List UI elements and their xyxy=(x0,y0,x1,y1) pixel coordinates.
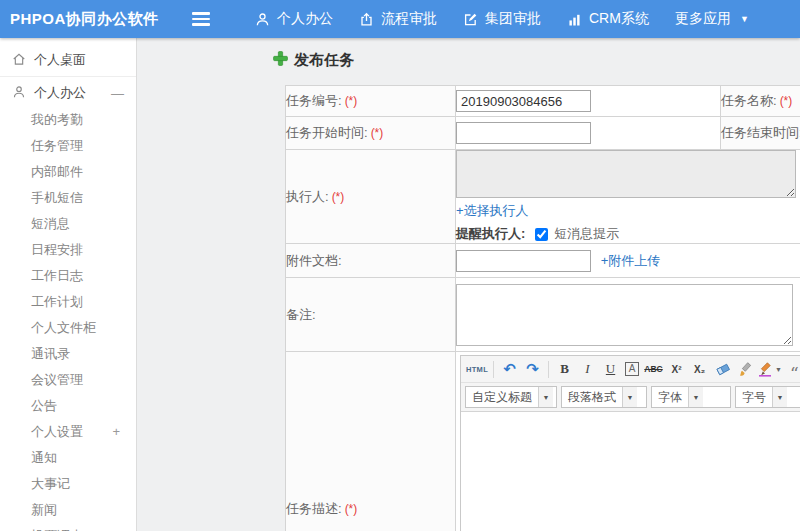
custom-title-dropdown[interactable]: 自定义标题▼ xyxy=(465,386,557,408)
user-icon xyxy=(255,12,270,27)
font-family-dropdown[interactable]: 字体▼ xyxy=(651,386,731,408)
font-border-button[interactable]: A xyxy=(625,362,639,376)
nav-label: CRM系统 xyxy=(589,10,649,28)
page-title: 发布任务 xyxy=(273,51,354,70)
undo-button[interactable]: ↶ xyxy=(499,359,520,380)
required-marker: (*) xyxy=(371,126,384,140)
nav-label: 更多应用 xyxy=(675,10,731,28)
remind-executor-label: 提醒执行人: xyxy=(456,225,525,243)
sidebar-item[interactable]: 我的考勤 xyxy=(0,107,136,133)
underline-button[interactable]: U xyxy=(600,359,621,380)
attachment-input[interactable] xyxy=(456,250,591,272)
editor-content-area[interactable] xyxy=(461,411,800,531)
sidebar-item[interactable]: 工作计划 xyxy=(0,289,136,315)
editor-toolbar-row2: 自定义标题▼ 段落格式▼ 字体▼ 字号▼ xyxy=(461,383,800,411)
sidebar-item[interactable]: 投票调查 xyxy=(0,523,136,531)
divider xyxy=(0,76,136,77)
nav-label: 个人办公 xyxy=(277,10,333,28)
home-icon xyxy=(12,52,26,69)
task-name-label-cell: 任务名称:(*) xyxy=(721,86,800,117)
sms-remind-label: 短消息提示 xyxy=(554,225,619,243)
main-content: 发布任务 任务编号:(*) 任务名称:(*) 任务开始时间:(*) 任务结束时间… xyxy=(137,38,800,531)
attachment-upload-link[interactable]: +附件上传 xyxy=(601,253,661,268)
caret-down-icon: ▼ xyxy=(740,14,749,24)
toolbar-separator xyxy=(493,361,494,378)
required-marker: (*) xyxy=(332,190,345,204)
attachment-label-cell: 附件文档: xyxy=(286,244,456,278)
subscript-button[interactable]: X₂ xyxy=(689,359,710,380)
paragraph-format-dropdown[interactable]: 段落格式▼ xyxy=(561,386,647,408)
strikethrough-button[interactable]: ABC xyxy=(643,359,664,380)
sidebar-item[interactable]: 通讯录 xyxy=(0,341,136,367)
highlight-pen-button[interactable]: ▼ xyxy=(758,359,782,380)
sms-remind-checkbox[interactable] xyxy=(535,228,548,241)
nav-crm-system[interactable]: CRM系统 xyxy=(554,0,662,38)
redo-button[interactable]: ↷ xyxy=(522,359,543,380)
remark-textarea[interactable] xyxy=(456,284,793,346)
process-export-icon xyxy=(359,12,374,27)
remark-label-cell: 备注: xyxy=(286,278,456,352)
task-number-input[interactable] xyxy=(456,90,591,112)
top-nav: 个人办公 流程审批 集团审批 CRM系统 更多应用 ▼ xyxy=(242,0,762,38)
sidebar-item[interactable]: 大事记 xyxy=(0,471,136,497)
expand-icon[interactable]: + xyxy=(112,419,120,445)
sidebar-item-desktop[interactable]: 个人桌面 xyxy=(0,46,136,74)
sidebar-item[interactable]: 通知 xyxy=(0,445,136,471)
nav-group-approval[interactable]: 集团审批 xyxy=(450,0,554,38)
required-marker: (*) xyxy=(780,94,793,108)
executor-label-cell: 执行人:(*) xyxy=(286,150,456,244)
publish-task-form: 任务编号:(*) 任务名称:(*) 任务开始时间:(*) 任务结束时间:(*) … xyxy=(285,85,800,531)
editor-toolbar-row1: HTML ↶ ↷ B I U A ABC X² X₂ ▼ xyxy=(461,356,800,383)
caret-down-icon: ▼ xyxy=(538,387,553,407)
superscript-button[interactable]: X² xyxy=(666,359,687,380)
page-title-text: 发布任务 xyxy=(294,51,354,70)
sidebar-item-settings[interactable]: 个人设置+ xyxy=(0,419,136,445)
nav-process-approval[interactable]: 流程审批 xyxy=(346,0,450,38)
sidebar-item[interactable]: 日程安排 xyxy=(0,237,136,263)
sidebar-item[interactable]: 工作日志 xyxy=(0,263,136,289)
nav-label: 集团审批 xyxy=(485,10,541,28)
caret-down-icon: ▼ xyxy=(772,387,787,407)
sidebar-item[interactable]: 会议管理 xyxy=(0,367,136,393)
eraser-button[interactable] xyxy=(712,359,733,380)
format-painter-button[interactable] xyxy=(735,359,756,380)
bar-chart-icon xyxy=(567,12,582,27)
nav-personal-office[interactable]: 个人办公 xyxy=(242,0,346,38)
caret-down-icon: ▼ xyxy=(775,366,782,373)
sidebar-item[interactable]: 个人文件柜 xyxy=(0,315,136,341)
caret-down-icon: ▼ xyxy=(688,387,703,407)
bold-button[interactable]: B xyxy=(554,359,575,380)
nav-label: 流程审批 xyxy=(381,10,437,28)
sidebar-item[interactable]: 任务管理 xyxy=(0,133,136,159)
italic-button[interactable]: I xyxy=(577,359,598,380)
required-marker: (*) xyxy=(345,94,358,108)
sidebar-item[interactable]: 手机短信 xyxy=(0,185,136,211)
caret-down-icon: ▼ xyxy=(622,387,637,407)
app-logo: PHPOA协同办公软件 xyxy=(0,10,182,29)
html-source-button[interactable]: HTML xyxy=(466,359,488,380)
plus-icon xyxy=(273,51,288,70)
collapse-icon[interactable]: — xyxy=(111,86,124,101)
sidebar-item[interactable]: 内部邮件 xyxy=(0,159,136,185)
choose-executor-link[interactable]: +选择执行人 xyxy=(456,203,529,218)
font-size-dropdown[interactable]: 字号▼ xyxy=(735,386,800,408)
blockquote-button[interactable]: “ xyxy=(784,359,800,380)
end-time-label-cell: 任务结束时间:(*) xyxy=(721,117,800,150)
user-icon xyxy=(12,85,26,102)
description-label-cell: 任务描述:(*) xyxy=(286,352,456,531)
start-time-input[interactable] xyxy=(456,122,591,144)
top-header: PHPOA协同办公软件 个人办公 流程审批 集团审批 CRM系统 更多应用 ▼ xyxy=(0,0,800,38)
rich-text-editor: HTML ↶ ↷ B I U A ABC X² X₂ ▼ xyxy=(460,355,800,531)
required-marker: (*) xyxy=(345,502,358,516)
hamburger-menu-icon[interactable] xyxy=(192,6,218,32)
task-number-label-cell: 任务编号:(*) xyxy=(286,86,456,117)
sidebar-item[interactable]: 公告 xyxy=(0,393,136,419)
nav-more-apps[interactable]: 更多应用 ▼ xyxy=(662,0,762,38)
start-time-label-cell: 任务开始时间:(*) xyxy=(286,117,456,150)
sidebar: 个人桌面 个人办公 — 我的考勤 任务管理 内部邮件 手机短信 短消息 日程安排… xyxy=(0,38,137,531)
sidebar-group-personal-office[interactable]: 个人办公 — xyxy=(0,79,136,107)
sidebar-item[interactable]: 新闻 xyxy=(0,497,136,523)
sidebar-item[interactable]: 短消息 xyxy=(0,211,136,237)
edit-square-icon xyxy=(463,12,478,27)
executor-textarea[interactable] xyxy=(456,150,796,198)
